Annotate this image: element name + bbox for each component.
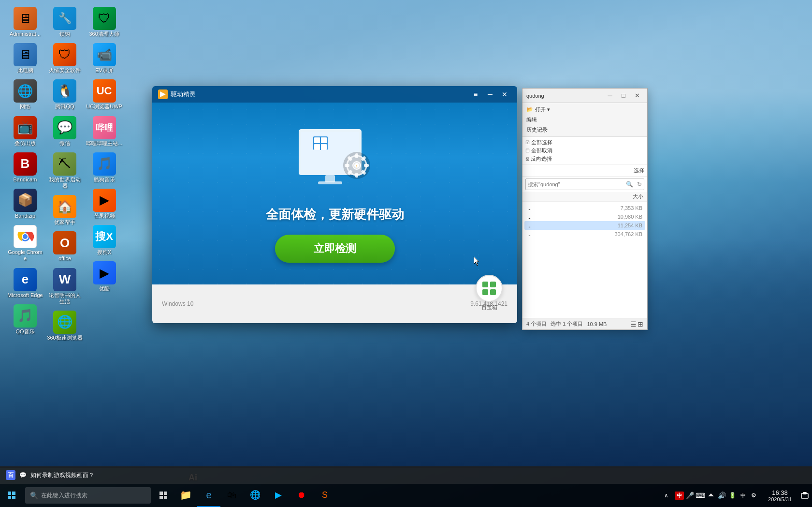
tray-expand[interactable]: ∧ xyxy=(661,484,671,507)
icon-ev[interactable]: 📹 EV录屏 xyxy=(84,41,124,75)
taskbar-search[interactable]: 🔍 xyxy=(25,487,151,504)
svg-rect-35 xyxy=(164,496,167,499)
svg-rect-30 xyxy=(482,289,488,295)
explorer-search-input[interactable] xyxy=(526,181,624,187)
driver-close-button[interactable]: ✕ xyxy=(498,88,511,101)
details-view-icon[interactable]: ⊞ xyxy=(638,320,643,328)
driver-logo: 驱动精灵 xyxy=(158,89,196,99)
driver-titlebar: 驱动精灵 ≡ ─ ✕ xyxy=(152,86,517,103)
taskbar-explorer[interactable]: 📁 xyxy=(174,484,197,507)
icon-360clean[interactable]: 🛡 360清理大师 xyxy=(84,5,124,39)
driver-title-controls: ≡ ─ ✕ xyxy=(469,88,511,101)
icon-360safe[interactable]: 🛡 火绒安全软件 xyxy=(44,41,85,75)
driver-check-button[interactable]: 立即检测 xyxy=(275,235,395,263)
windows-logo xyxy=(8,492,15,499)
desktop-icons-col3: 🛡 360清理大师 📹 EV录屏 UC UC浏览器UWP 哔哩 哔哩哔哩主站..… xyxy=(84,5,124,294)
sougou-icon: S xyxy=(322,490,328,500)
file-item-3[interactable]: ... 11,254 KB xyxy=(524,221,645,230)
taskbar-edge[interactable]: e xyxy=(197,484,220,507)
icon-rec[interactable]: B Bandicam xyxy=(5,150,45,185)
explorer-minimize[interactable]: ─ xyxy=(604,90,616,102)
select-section-header: 选择 xyxy=(522,165,647,177)
taskbar-sougou[interactable]: S xyxy=(313,484,336,507)
icon-jingou[interactable]: 🔧 锁钩 xyxy=(44,5,85,39)
select-all-item[interactable]: ☑ 全部选择 xyxy=(525,139,644,146)
icon-edge[interactable]: e Microsoft Edge xyxy=(5,266,45,300)
taskbar-search-input[interactable] xyxy=(41,492,146,499)
ribbon-history[interactable]: 历史记录 xyxy=(525,125,644,134)
icon-diefa[interactable]: 📺 叠仿出版 xyxy=(5,114,45,149)
ribbon-edit[interactable]: 编辑 xyxy=(525,115,644,124)
statusbar-view-controls: ☰ ⊞ xyxy=(630,320,643,328)
file-item-1[interactable]: ... 7,353 KB xyxy=(524,204,645,212)
explorer-close[interactable]: ✕ xyxy=(631,90,643,102)
baibiaoxiang-button[interactable]: 百宝箱 xyxy=(476,275,503,311)
icon-bandiz[interactable]: 📦 Bandizip xyxy=(5,187,45,221)
icon-qqmusic[interactable]: 🎵 QQ音乐 xyxy=(5,302,45,337)
driver-booster-window: 驱动精灵 ≡ ─ ✕ xyxy=(152,86,517,323)
explorer-maximize[interactable]: □ xyxy=(617,90,630,102)
icon-minecraft[interactable]: ⛏ 我的世界启动器 xyxy=(44,150,85,191)
explorer-statusbar: 4 个项目 选中 1 个项目 10.9 MB ☰ ⊞ xyxy=(522,318,647,329)
driver-menu-button[interactable]: ≡ xyxy=(469,88,482,101)
icon-kuwo[interactable]: 🎵 酷狗音乐 xyxy=(84,150,124,185)
battery-icon[interactable]: 🔋 xyxy=(727,491,737,500)
file-item-2[interactable]: ... 10,980 KB xyxy=(524,212,645,221)
driver-bottom-panel: Windows 10 9.61.418.1421 百宝箱 xyxy=(152,284,517,323)
svg-rect-31 xyxy=(490,289,496,295)
taskbar-record[interactable]: ⏺ xyxy=(290,484,313,507)
file-name-4: ... xyxy=(527,231,532,237)
deselect-icon: ☐ xyxy=(525,148,530,153)
icon-office[interactable]: O office xyxy=(44,229,85,264)
driver-illustration: ! xyxy=(289,124,381,196)
start-button[interactable] xyxy=(0,484,23,507)
driver-minimize-button[interactable]: ─ xyxy=(483,88,497,101)
svg-rect-29 xyxy=(490,282,496,287)
ribbon-open[interactable]: 📂 打开 ▾ xyxy=(525,105,644,114)
file-item-4[interactable]: ... 304,762 KB xyxy=(524,230,645,239)
keyboard-icon[interactable]: ⌨ xyxy=(696,491,705,500)
settings-tray-icon[interactable]: ⚙ xyxy=(749,491,758,500)
icon-youku[interactable]: ▶ 优酷 xyxy=(84,259,124,294)
file-size-3: 11,254 KB xyxy=(618,223,642,228)
icon-mango[interactable]: ▶ 芒果视频 xyxy=(84,187,124,221)
baidu-notification-text: 如何录制游戏视频画面？ xyxy=(30,471,94,479)
record-icon: ⏺ xyxy=(297,490,306,500)
file-name-3: ... xyxy=(527,223,532,228)
taskbar-video[interactable]: ▶ xyxy=(267,484,290,507)
explorer-title: qudong xyxy=(526,93,544,99)
taskbar-chrome-app[interactable]: 🌐 xyxy=(244,484,267,507)
icon-pc[interactable]: 🖥 此电脑 xyxy=(5,41,45,75)
taskbar: 🔍 📁 e 🛍 🌐 ▶ ⏺ xyxy=(0,484,812,507)
explorer-search-bar[interactable]: 🔍 ↻ xyxy=(525,179,644,190)
icon-weixin[interactable]: 💬 微信 xyxy=(44,114,85,149)
icon-360net[interactable]: 🌐 360极速浏览器 xyxy=(44,309,85,343)
network-icon[interactable] xyxy=(706,491,716,500)
svg-rect-37 xyxy=(803,492,807,494)
deselect-all-item[interactable]: ☐ 全部取消 xyxy=(525,147,644,154)
list-view-icon[interactable]: ☰ xyxy=(630,320,637,328)
ime-indicator[interactable]: 中 xyxy=(675,492,684,500)
icon-net[interactable]: 🌐 网络 xyxy=(5,77,45,112)
driver-main-content: ! 全面体检，更新硬件驱动 立即检测 xyxy=(152,103,517,284)
invert-select-item[interactable]: ⊠ 反向选择 xyxy=(525,155,644,163)
svg-rect-24 xyxy=(345,164,349,167)
taskbar-clock[interactable]: 16:38 2020/5/31 xyxy=(762,484,798,507)
volume-icon[interactable]: 🔊 xyxy=(717,491,726,500)
language-icon[interactable]: 中 xyxy=(738,491,748,500)
notification-button[interactable] xyxy=(798,484,812,507)
svg-rect-9 xyxy=(314,137,320,143)
icon-admin[interactable]: 🖥 Administrat... xyxy=(5,5,45,39)
refresh-icon: ↻ xyxy=(635,181,644,188)
taskbar-store[interactable]: 🛍 xyxy=(220,484,244,507)
task-view-button[interactable] xyxy=(153,484,174,507)
icon-word[interactable]: W 论智明书的人生活 xyxy=(44,266,85,307)
driver-title-text: 驱动精灵 xyxy=(171,90,196,99)
icon-uc[interactable]: UC UC浏览器UWP xyxy=(84,77,124,112)
icon-qq[interactable]: 🐧 腾讯QQ xyxy=(44,77,85,112)
icon-chrome[interactable]: Google Chrome xyxy=(5,223,45,264)
icon-qqx[interactable]: 搜X 搜狗X xyxy=(84,223,124,257)
icon-youjia[interactable]: 🏠 优家帮手 xyxy=(44,193,85,227)
icon-bili[interactable]: 哔哩 哔哩哔哩主站... xyxy=(84,114,124,149)
mic-icon[interactable]: 🎤 xyxy=(685,491,695,500)
